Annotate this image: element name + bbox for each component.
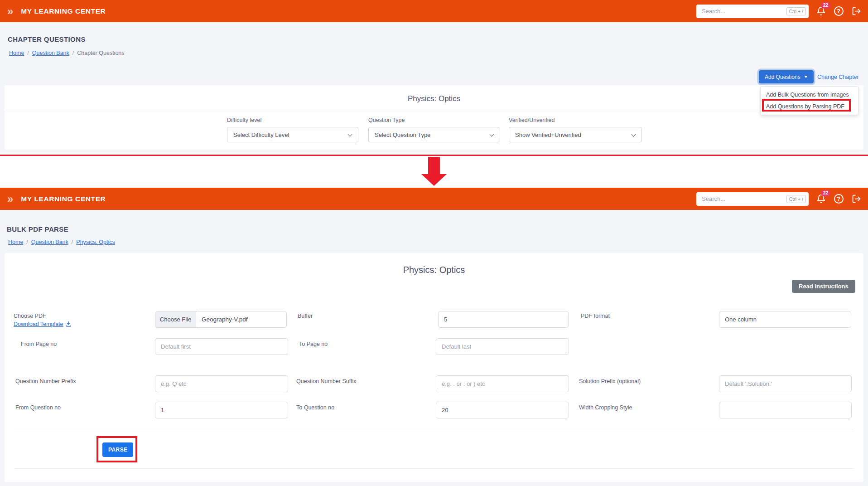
breadcrumb-home-link[interactable]: Home	[8, 239, 23, 245]
annotation-divider-line	[0, 155, 868, 156]
page-title: CHAPTER QUESTIONS	[8, 35, 86, 43]
pdf-file-input[interactable]: Choose File Geography-V.pdf	[155, 311, 287, 328]
solution-prefix-input[interactable]	[719, 375, 852, 392]
pdf-format-label: PDF format	[581, 313, 610, 319]
breadcrumb-chapter-link[interactable]: Physics: Optics	[76, 239, 115, 245]
annotation-highlight-parse-button	[96, 436, 137, 462]
question-type-value: Select Question Type	[375, 131, 430, 138]
help-icon: ?	[834, 194, 844, 204]
chapter-questions-card: Physics: Optics Difficulty level Select …	[5, 85, 863, 150]
breadcrumb-question-bank-link[interactable]: Question Bank	[32, 50, 69, 56]
sidebar-expand-icon[interactable]: »	[7, 194, 12, 204]
notification-badge: 22	[821, 2, 830, 9]
logout-button[interactable]	[851, 6, 862, 17]
to-page-label: To Page no	[299, 341, 328, 347]
app-header: » MY LEARNING CENTER Ctrl + / 22 ?	[0, 0, 868, 22]
page-title: BULK PDF PARSE	[7, 225, 68, 233]
choose-pdf-label: Choose PDF	[14, 313, 46, 319]
form-divider	[15, 468, 853, 469]
download-template-link[interactable]: Download Template	[14, 321, 72, 327]
sidebar-expand-icon[interactable]: »	[7, 6, 12, 17]
verified-filter-select[interactable]: Show Verified+Unverified	[509, 127, 642, 142]
form-divider	[15, 430, 853, 430]
card-divider	[5, 110, 863, 110]
chevron-down-icon	[490, 132, 494, 137]
breadcrumb-separator: /	[72, 50, 74, 56]
question-suffix-label: Question Number Suffix	[296, 378, 356, 384]
pdf-format-input[interactable]	[719, 311, 851, 328]
add-questions-button[interactable]: Add Questions	[759, 70, 814, 83]
choose-file-button[interactable]: Choose File	[155, 311, 196, 327]
help-icon: ?	[834, 6, 844, 16]
tutorial-composite: » MY LEARNING CENTER Ctrl + / 22 ? CHAPT…	[0, 0, 868, 486]
notifications-button[interactable]: 22	[815, 194, 826, 204]
search-input[interactable]	[702, 195, 786, 202]
app-title: MY LEARNING CENTER	[21, 195, 106, 203]
breadcrumb: Home/Question Bank/Chapter Questions	[9, 50, 125, 56]
width-cropping-input[interactable]	[719, 402, 852, 418]
annotation-arrow-down-head	[421, 174, 447, 186]
logout-icon	[852, 194, 861, 204]
difficulty-level-label: Difficulty level	[227, 117, 261, 123]
breadcrumb-separator: /	[27, 50, 29, 56]
verified-filter-label: Verified/Unverified	[509, 117, 555, 123]
annotation-highlight-menu-item	[762, 99, 851, 112]
search-box[interactable]: Ctrl + /	[696, 5, 809, 18]
breadcrumb: Home/Question Bank/Physics: Optics	[8, 239, 115, 245]
to-page-input[interactable]	[436, 338, 569, 355]
breadcrumb-separator: /	[26, 239, 28, 245]
breadcrumb-separator: /	[72, 239, 73, 245]
width-cropping-label: Width Cropping Style	[579, 404, 632, 411]
buffer-label: Buffer	[298, 313, 313, 319]
read-instructions-button[interactable]: Read instructions	[792, 280, 855, 293]
parse-card-title: Physics: Optics	[5, 265, 863, 275]
question-type-select[interactable]: Select Question Type	[368, 127, 500, 142]
from-question-label: From Question no	[15, 404, 61, 411]
help-button[interactable]: ?	[833, 6, 844, 17]
notification-badge: 22	[821, 190, 830, 196]
buffer-input[interactable]	[438, 311, 569, 328]
download-template-label: Download Template	[14, 321, 63, 327]
search-shortcut-hint: Ctrl + /	[786, 195, 806, 203]
breadcrumb-current: Chapter Questions	[77, 50, 124, 56]
annotation-arrow-down	[428, 157, 440, 174]
search-box[interactable]: Ctrl + /	[696, 192, 809, 206]
search-shortcut-hint: Ctrl + /	[786, 7, 806, 15]
question-prefix-input[interactable]	[155, 375, 288, 392]
chapter-card-title: Physics: Optics	[5, 94, 863, 103]
question-prefix-label: Question Number Prefix	[15, 378, 76, 384]
breadcrumb-home-link[interactable]: Home	[9, 50, 24, 56]
notifications-button[interactable]: 22	[815, 6, 826, 17]
question-suffix-input[interactable]	[436, 375, 569, 392]
difficulty-level-value: Select Difficulty Level	[233, 131, 289, 138]
app-header: » MY LEARNING CENTER Ctrl + / 22 ?	[0, 188, 868, 210]
logout-button[interactable]	[851, 194, 862, 204]
chevron-down-icon	[632, 132, 636, 137]
from-question-input[interactable]	[155, 402, 288, 418]
solution-prefix-label: Solution Prefix (optional)	[579, 378, 641, 384]
chosen-file-name: Geography-V.pdf	[196, 311, 286, 327]
question-type-label: Question Type	[368, 117, 405, 123]
change-chapter-link[interactable]: Change Chapter	[817, 74, 859, 80]
chevron-down-icon	[348, 132, 352, 137]
from-page-input[interactable]	[155, 338, 288, 355]
verified-filter-value: Show Verified+Unverified	[515, 131, 581, 138]
breadcrumb-question-bank-link[interactable]: Question Bank	[31, 239, 68, 245]
download-icon	[65, 321, 72, 327]
from-page-label: From Page no	[21, 341, 57, 347]
caret-down-icon	[804, 76, 808, 78]
logout-icon	[852, 6, 861, 16]
difficulty-level-select[interactable]: Select Difficulty Level	[227, 127, 358, 142]
add-questions-button-label: Add Questions	[765, 74, 800, 80]
to-question-label: To Question no	[296, 404, 334, 411]
to-question-input[interactable]	[436, 402, 569, 418]
search-input[interactable]	[702, 8, 786, 15]
help-button[interactable]: ?	[833, 194, 844, 204]
app-title: MY LEARNING CENTER	[21, 7, 106, 15]
